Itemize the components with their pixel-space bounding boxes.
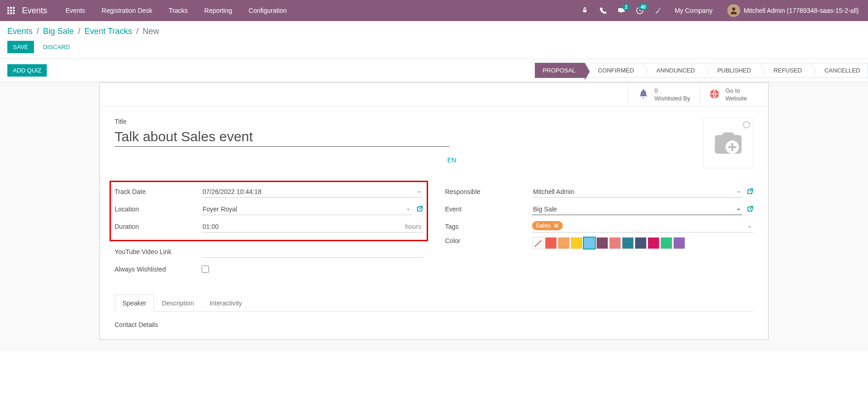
duration-suffix: hours (405, 223, 421, 230)
tag-remove-icon[interactable]: ✕ (554, 222, 559, 229)
color-swatch-5[interactable] (596, 237, 608, 249)
color-swatch-7[interactable] (622, 237, 634, 249)
svg-rect-6 (7, 12, 9, 14)
messaging-badge: 2 (622, 4, 630, 10)
duration-input[interactable] (202, 221, 423, 233)
color-swatch-9[interactable] (648, 237, 659, 249)
wishlist-count: 0 (654, 87, 690, 94)
color-swatch-10[interactable] (660, 237, 672, 249)
go-to-website-button[interactable]: Go to Website (699, 83, 768, 106)
event-label: Event (445, 205, 532, 213)
add-quiz-button[interactable]: ADD QUIZ (7, 64, 47, 77)
location-input[interactable] (202, 204, 412, 215)
nav-item-reporting[interactable]: Reporting (197, 1, 240, 20)
statusbar-row: ADD QUIZ PROPOSAL CONFIRMED ANNOUNCED PU… (0, 59, 868, 82)
external-link-icon[interactable] (747, 188, 753, 196)
title-label: Title (115, 118, 449, 125)
tab-description[interactable]: Description (154, 294, 202, 312)
image-upload[interactable] (703, 118, 753, 168)
fields-col-left: Track Date Location (115, 185, 423, 280)
image-indicator (743, 121, 750, 128)
nav-item-events[interactable]: Events (58, 1, 93, 20)
contact-details-heading: Contact Details (115, 321, 753, 328)
discard-button[interactable]: DISCARD (38, 41, 76, 53)
always-wishlisted-label: Always Wishlisted (115, 266, 202, 273)
svg-rect-7 (10, 12, 12, 14)
status-proposal[interactable]: PROPOSAL (535, 63, 585, 78)
globe-icon (709, 89, 720, 101)
activities-icon[interactable]: 40 (632, 3, 647, 18)
statusbar: PROPOSAL CONFIRMED ANNOUNCED PUBLISHED R… (535, 63, 868, 78)
svg-rect-5 (13, 10, 15, 11)
breadcrumb-event-tracks[interactable]: Event Tracks (84, 27, 132, 36)
nav-item-registration[interactable]: Registration Desk (94, 1, 160, 20)
svg-rect-2 (13, 7, 15, 9)
nav-menu: Events Registration Desk Tracks Reportin… (58, 1, 294, 20)
lang-indicator[interactable]: EN (447, 156, 456, 164)
phone-icon[interactable] (596, 3, 610, 18)
color-picker (532, 237, 685, 249)
always-wishlisted-checkbox[interactable] (202, 266, 209, 273)
highlight-box: Track Date Location (110, 181, 428, 241)
app-brand[interactable]: Events (22, 6, 47, 16)
title-input[interactable] (115, 127, 449, 147)
form-sheet: 0 Wishlisted By Go to Website Title (99, 82, 769, 340)
avatar (727, 4, 740, 17)
nav-item-tracks[interactable]: Tracks (161, 1, 195, 20)
color-swatch-2[interactable] (558, 237, 570, 249)
event-input[interactable] (532, 204, 742, 215)
form-actions: SAVE DISCARD (7, 41, 861, 53)
status-refused[interactable]: REFUSED (760, 63, 811, 78)
debug-icon[interactable] (577, 3, 592, 18)
website-line2: Website (725, 95, 747, 102)
color-swatch-3[interactable] (571, 237, 582, 249)
apps-icon[interactable] (4, 3, 18, 18)
track-date-input[interactable] (202, 186, 423, 198)
youtube-input[interactable] (202, 246, 423, 258)
control-panel: Events / Big Sale / Event Tracks / New S… (0, 21, 868, 59)
fields-row: Track Date Location (115, 185, 753, 280)
external-link-icon[interactable] (747, 205, 753, 213)
activities-badge: 40 (638, 4, 648, 10)
breadcrumb-events[interactable]: Events (7, 27, 33, 36)
svg-rect-0 (7, 7, 9, 9)
color-swatch-6[interactable] (609, 237, 621, 249)
company-selector[interactable]: My Company (669, 1, 718, 20)
messaging-icon[interactable]: 2 (614, 3, 629, 18)
tab-speaker[interactable]: Speaker (115, 294, 154, 312)
tags-label: Tags (445, 223, 532, 230)
svg-rect-3 (7, 10, 9, 11)
color-label: Color (445, 237, 532, 244)
user-menu[interactable]: Mitchell Admin (17789348-saas-15-2-all) (722, 1, 864, 20)
fields-col-right: Responsible Event (445, 185, 753, 280)
user-name: Mitchell Admin (17789348-saas-15-2-all) (744, 7, 859, 14)
wishlisted-by-button[interactable]: 0 Wishlisted By (628, 83, 699, 106)
status-published[interactable]: PUBLISHED (704, 63, 760, 78)
status-announced[interactable]: ANNOUNCED (643, 63, 704, 78)
responsible-input[interactable] (532, 186, 742, 198)
external-link-icon[interactable] (417, 205, 423, 213)
title-section: Title EN (115, 118, 753, 168)
systray: 2 40 My Company Mitchell Admin (17789348… (577, 1, 864, 20)
breadcrumb-big-sale[interactable]: Big Sale (43, 27, 74, 36)
breadcrumb: Events / Big Sale / Event Tracks / New (7, 27, 861, 36)
color-swatch-8[interactable] (635, 237, 647, 249)
color-swatch-11[interactable] (673, 237, 685, 249)
color-swatch-4[interactable] (583, 237, 595, 249)
responsible-label: Responsible (445, 188, 532, 195)
color-swatch-0[interactable] (532, 237, 544, 249)
svg-rect-4 (10, 10, 12, 11)
svg-rect-1 (10, 7, 12, 9)
status-confirmed[interactable]: CONFIRMED (585, 63, 643, 78)
tag-label: Sales (536, 222, 551, 229)
button-box: 0 Wishlisted By Go to Website (100, 83, 768, 107)
tab-interactivity[interactable]: Interactivity (202, 294, 250, 312)
tag-chip[interactable]: Sales ✕ (532, 221, 563, 230)
tools-icon[interactable] (651, 3, 665, 18)
chevron-down-icon (748, 223, 752, 230)
nav-item-configuration[interactable]: Configuration (242, 1, 294, 20)
location-label: Location (115, 205, 202, 213)
save-button[interactable]: SAVE (7, 41, 34, 53)
color-swatch-1[interactable] (545, 237, 557, 249)
status-cancelled[interactable]: CANCELLED (811, 63, 868, 78)
